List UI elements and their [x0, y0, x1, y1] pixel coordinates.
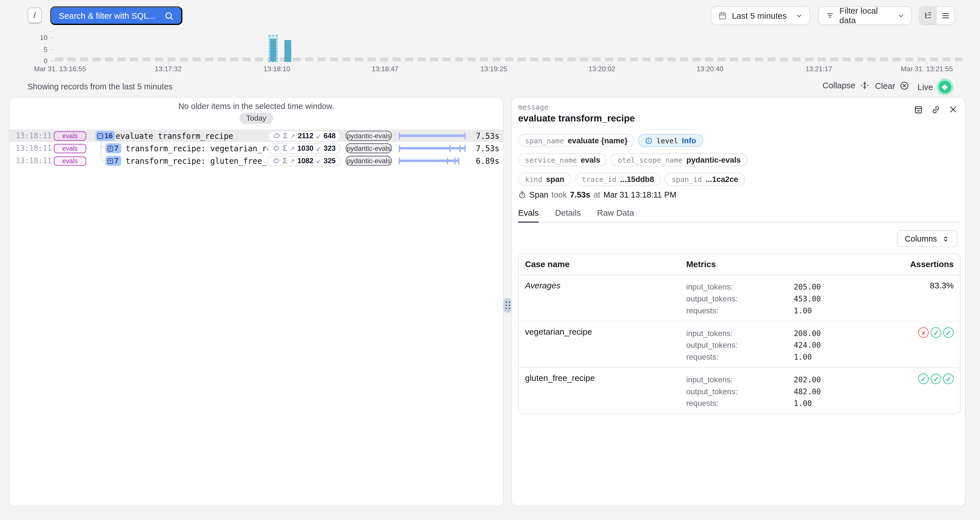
pass-icon[interactable]: ✓ [931, 373, 941, 384]
collapse-label: Collapse [822, 81, 856, 90]
live-label: Live [918, 82, 933, 92]
child-count: 16 [104, 131, 113, 140]
trace-row[interactable]: 13:18:11 evals − 16 evaluate transform_r… [10, 129, 503, 142]
date-separator-pill[interactable]: Today [239, 113, 273, 124]
attr-service-name[interactable]: service_name evals [518, 153, 607, 166]
attr-kind[interactable]: kind span [518, 172, 571, 186]
expand-children-badge[interactable]: + 7 [105, 144, 121, 153]
attribute-pills: span_name evaluate {name} level Info ser… [518, 134, 959, 186]
panel-resize-handle[interactable] [503, 298, 512, 313]
duration-gantt-bar [397, 147, 468, 150]
filter-local-data-select[interactable]: Filter local data [818, 6, 912, 25]
eval-row-averages[interactable]: Averages input_tokens:205.00 output_toke… [519, 275, 960, 321]
y-tick: 10 [29, 34, 47, 41]
output-tokens: 648 [323, 132, 336, 139]
coin-icon [273, 157, 280, 164]
at-word: at [593, 190, 600, 199]
view-mode-toggle [919, 6, 955, 25]
tab-raw-data[interactable]: Raw Data [597, 208, 634, 222]
eval-row-vegetarian-recipe[interactable]: vegetarian_recipe input_tokens:208.00 ou… [519, 321, 960, 367]
output-tokens: 323 [323, 145, 336, 152]
metrics-cell: input_tokens:205.00 output_tokens:453.00… [686, 281, 884, 317]
record-kind-label: message [518, 102, 549, 111]
expand-children-badge[interactable]: + 7 [105, 156, 121, 166]
output-arrow-icon: ↙ [316, 132, 321, 139]
plus-square-icon: + [107, 158, 113, 164]
row-tag-evals: evals [54, 156, 86, 166]
time-range-value: Last 5 minutes [732, 11, 791, 21]
row-timestamp: 13:18:11 [16, 156, 52, 165]
assertions-percent: 83.3% [884, 281, 954, 317]
pass-icon[interactable]: ✓ [918, 373, 929, 384]
assertion-icons: ✓ ✓ ✓ [884, 373, 954, 384]
x-tick: 13:18:10 [239, 65, 314, 72]
columns-button[interactable]: Columns [897, 230, 957, 247]
records-histogram[interactable]: 10 5 0 Mar 31. 13:16:55 13:17:32 13:18:1… [0, 31, 980, 75]
row-timestamp: 13:18:11 [16, 131, 52, 140]
selected-histogram-bin[interactable] [269, 35, 278, 62]
trace-row[interactable]: 13:18:11 evals + 7 transform_recipe: glu… [10, 155, 503, 167]
input-arrow-icon: ↗ [290, 145, 294, 152]
coin-icon [273, 132, 280, 139]
case-name: gluten_free_recipe [525, 373, 686, 409]
fail-icon[interactable]: × [918, 327, 929, 338]
logfire-live-view: / Search & filter with SQL... Last 5 min… [0, 0, 980, 520]
histogram-bar[interactable] [285, 40, 291, 62]
filter-select-value: Filter local data [839, 6, 892, 25]
pass-icon[interactable]: ✓ [931, 327, 941, 338]
attr-trace-id[interactable]: trace_id ...15ddb8 [575, 172, 661, 186]
tree-connector [101, 140, 106, 161]
attr-otel-scope-name[interactable]: otel_scope_name pydantic-evals [611, 153, 748, 166]
span-detail-panel: message evaluate transform_recipe span_n… [511, 97, 966, 507]
collapse-children-badge[interactable]: − 16 [95, 131, 115, 141]
token-usage-chip: Σ ↗2112 ↙648 [268, 131, 340, 141]
tree-view-toggle[interactable] [919, 7, 937, 24]
tab-evals[interactable]: Evals [518, 208, 539, 223]
list-view-toggle[interactable] [937, 7, 955, 24]
assertion-icons: × ✓ ✓ [884, 327, 954, 338]
scope-tag: pydantic-evals [346, 144, 392, 153]
row-tag-evals: evals [54, 144, 86, 153]
eval-row-gluten-free-recipe[interactable]: gluten_free_recipe input_tokens:202.00 o… [519, 367, 960, 413]
copy-link-icon[interactable] [931, 105, 940, 114]
tab-details[interactable]: Details [555, 208, 581, 222]
coin-icon [273, 145, 280, 152]
output-arrow-icon: ↙ [316, 157, 321, 164]
span-duration: 7.53s [570, 190, 590, 199]
duration-gantt-bar [397, 134, 468, 137]
sum-icon: Σ [283, 145, 287, 152]
evals-table-header: Case name Metrics Assertions [519, 254, 960, 275]
collapse-button[interactable]: Collapse [822, 81, 869, 90]
trace-list-panel: No older items in the selected time wind… [9, 97, 504, 507]
close-icon[interactable] [949, 105, 958, 114]
tree-view-icon [924, 11, 933, 20]
detail-title: evaluate transform_recipe [518, 113, 635, 123]
x-tick: 13:18:47 [347, 65, 422, 72]
col-metrics: Metrics [686, 260, 884, 269]
case-name: vegetarian_recipe [525, 327, 686, 363]
dock-panel-icon[interactable] [914, 105, 923, 114]
slash-shortcut-key[interactable]: / [27, 7, 42, 24]
live-toggle[interactable]: Live [918, 81, 951, 93]
attr-level[interactable]: level Info [638, 134, 703, 147]
row-tag-evals: evals [54, 131, 86, 140]
search-icon [164, 11, 174, 21]
sum-icon: Σ [283, 132, 288, 139]
attr-span-id[interactable]: span_id ...1ca2ce [665, 172, 745, 186]
pass-icon[interactable]: ✓ [943, 373, 954, 384]
search-button-label: Search & filter with SQL... [59, 11, 164, 21]
span-duration-line: Span took 7.53s at Mar 31 13:18:11 PM [518, 190, 676, 199]
x-tick: 13:20:40 [673, 65, 748, 72]
pass-icon[interactable]: ✓ [943, 327, 954, 338]
x-tick: Mar 31. 13:21:55 [889, 65, 964, 72]
evals-table: Case name Metrics Assertions Averages in… [518, 254, 961, 414]
x-tick: 13:17:32 [131, 65, 205, 72]
input-tokens: 2112 [298, 132, 313, 139]
time-range-select[interactable]: Last 5 minutes [711, 6, 810, 25]
attr-span-name[interactable]: span_name evaluate {name} [518, 134, 634, 147]
clear-button[interactable]: Clear [875, 81, 910, 91]
duration-value: 7.53s [462, 131, 500, 141]
empty-notice: No older items in the selected time wind… [10, 101, 503, 111]
search-button[interactable]: Search & filter with SQL... [50, 6, 182, 25]
trace-row[interactable]: 13:18:11 evals + 7 transform_recipe: veg… [10, 142, 503, 155]
